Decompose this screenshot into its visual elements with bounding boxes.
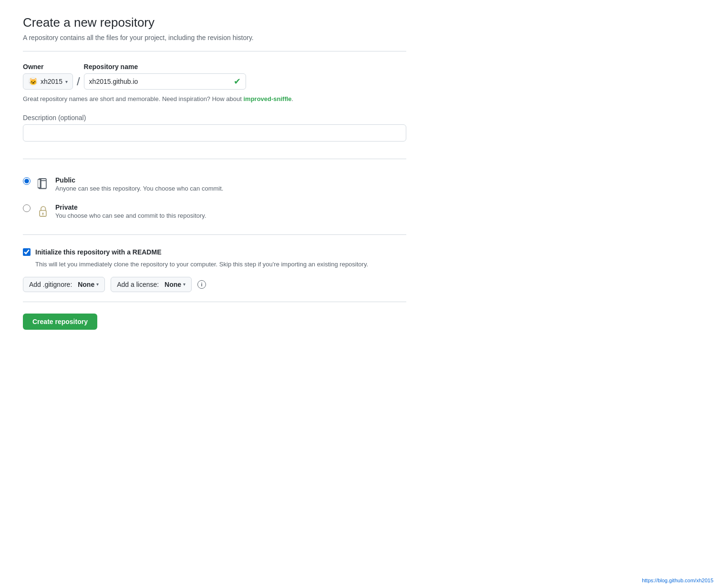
- license-dropdown[interactable]: Add a license: None ▾: [111, 277, 192, 292]
- divider-readme: [23, 234, 406, 235]
- gitignore-value: None: [78, 281, 94, 288]
- owner-avatar: 🐱: [28, 77, 38, 86]
- owner-caret: ▾: [65, 79, 68, 84]
- license-caret: ▾: [183, 282, 185, 287]
- license-label: Add a license:: [117, 281, 159, 288]
- valid-check-icon: ✔: [234, 76, 241, 87]
- private-option[interactable]: Private You choose who can see and commi…: [23, 198, 406, 225]
- owner-dropdown[interactable]: 🐱 xh2015 ▾: [23, 73, 73, 90]
- repo-name-input-wrapper: ✔: [84, 73, 246, 90]
- owner-value: xh2015: [41, 78, 62, 85]
- divider-bottom: [23, 302, 406, 302]
- repo-name-input[interactable]: [89, 78, 230, 85]
- description-input[interactable]: [23, 124, 406, 142]
- visibility-section: Public Anyone can see this repository. Y…: [23, 171, 406, 225]
- repo-name-label: Repository name: [84, 63, 246, 71]
- public-text: Public Anyone can see this repository. Y…: [55, 176, 223, 192]
- public-radio[interactable]: [23, 177, 31, 185]
- create-repository-button[interactable]: Create repository: [23, 314, 97, 330]
- license-info-icon[interactable]: i: [197, 280, 206, 289]
- private-radio[interactable]: [23, 204, 31, 212]
- dropdowns-row: Add .gitignore: None ▾ Add a license: No…: [23, 277, 406, 292]
- inspiration-text: Great repository names are short and mem…: [23, 95, 406, 102]
- gitignore-dropdown[interactable]: Add .gitignore: None ▾: [23, 277, 105, 292]
- public-option[interactable]: Public Anyone can see this repository. Y…: [23, 171, 406, 198]
- private-text: Private You choose who can see and commi…: [55, 203, 206, 219]
- page-title: Create a new repository: [23, 15, 406, 30]
- readme-checkbox[interactable]: [23, 248, 31, 256]
- description-label: Description (optional): [23, 114, 406, 122]
- slash-separator: /: [77, 73, 80, 90]
- owner-field-group: Owner 🐱 xh2015 ▾: [23, 63, 73, 90]
- inspiration-text-after: .: [292, 95, 294, 102]
- inspiration-text-before: Great repository names are short and mem…: [23, 95, 243, 102]
- svg-rect-3: [38, 179, 41, 188]
- description-section: Description (optional): [23, 114, 406, 151]
- readme-label[interactable]: Initialize this repository with a README: [35, 248, 161, 256]
- private-icon: [36, 203, 50, 219]
- license-value: None: [165, 281, 181, 288]
- repo-name-field-group: Repository name ✔: [84, 63, 246, 90]
- readme-checkbox-row: Initialize this repository with a README: [23, 248, 406, 256]
- owner-label: Owner: [23, 63, 73, 71]
- page-subtitle: A repository contains all the files for …: [23, 34, 406, 41]
- divider-middle: [23, 159, 406, 159]
- readme-section: Initialize this repository with a README…: [23, 246, 406, 292]
- gitignore-label: Add .gitignore:: [29, 281, 72, 288]
- divider-top: [23, 51, 406, 51]
- readme-description: This will let you immediately clone the …: [35, 260, 406, 269]
- owner-repo-row: Owner 🐱 xh2015 ▾ / Repository name ✔: [23, 63, 406, 90]
- inspiration-link[interactable]: improved-sniffle: [243, 95, 291, 102]
- gitignore-caret: ▾: [96, 282, 99, 287]
- public-icon: [36, 176, 50, 192]
